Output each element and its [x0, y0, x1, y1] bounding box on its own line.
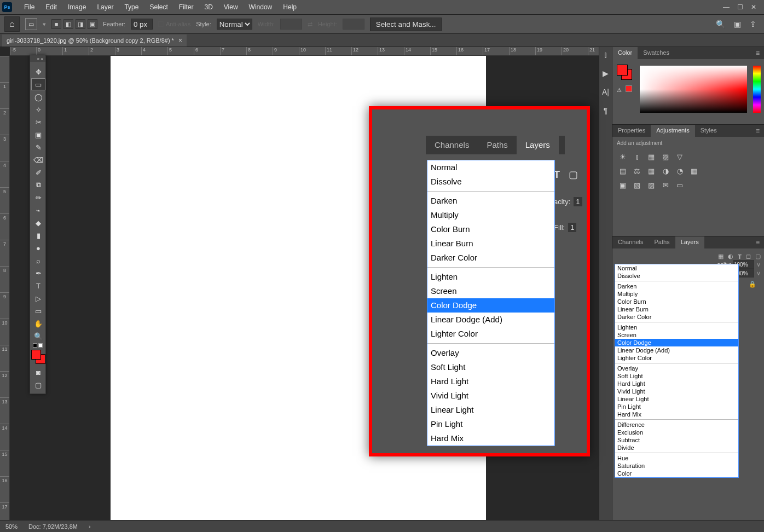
- tab-swatches[interactable]: Swatches: [638, 47, 675, 59]
- fg-bg-color-tool[interactable]: [31, 350, 45, 364]
- blend-mode-option[interactable]: Hard Light: [615, 380, 738, 388]
- selective-color-icon[interactable]: ▭: [675, 180, 685, 190]
- blend-mode-option[interactable]: Linear Burn: [615, 305, 738, 313]
- blend-mode-option[interactable]: Lighter Color: [427, 327, 554, 341]
- menu-select[interactable]: Select: [144, 1, 173, 13]
- blend-mode-option[interactable]: Color Burn: [427, 222, 554, 236]
- blend-mode-option[interactable]: Linear Dodge (Add): [615, 346, 738, 354]
- style-select[interactable]: Normal: [217, 19, 252, 30]
- blend-mode-option[interactable]: Dissolve: [615, 272, 738, 280]
- typography-panel-icon[interactable]: ⫿: [604, 50, 607, 59]
- blend-mode-option[interactable]: Lighter Color: [615, 354, 738, 362]
- blend-mode-option[interactable]: Color Dodge: [615, 339, 738, 346]
- close-icon[interactable]: ✕: [751, 3, 756, 11]
- healing-brush-tool-icon[interactable]: ⌫: [31, 154, 45, 166]
- blend-mode-option[interactable]: Pin Light: [427, 417, 554, 431]
- exposure-icon[interactable]: ▨: [661, 152, 670, 161]
- character-panel-icon[interactable]: A|: [602, 88, 609, 96]
- blend-mode-option[interactable]: Soft Light: [427, 360, 554, 374]
- lasso-tool-icon[interactable]: ◯: [31, 91, 45, 103]
- pen-tool-icon[interactable]: ⌕: [31, 255, 45, 267]
- gamut-suggest-swatch[interactable]: [626, 85, 632, 92]
- search-icon[interactable]: 🔍: [716, 20, 725, 28]
- fg-color-icon[interactable]: [31, 350, 41, 360]
- color-spectrum[interactable]: [640, 66, 747, 113]
- blend-mode-option[interactable]: Hard Mix: [615, 410, 738, 418]
- move-tool-icon[interactable]: ✥: [31, 66, 45, 78]
- filter-adj-icon[interactable]: ◐: [728, 253, 733, 260]
- blend-mode-option[interactable]: Color Dodge: [427, 298, 554, 313]
- levels-icon[interactable]: ⫿: [632, 152, 642, 161]
- blend-mode-option[interactable]: Linear Burn: [427, 236, 554, 251]
- dodge-tool-icon[interactable]: ●: [31, 242, 45, 254]
- select-and-mask-button[interactable]: Select and Mask...: [370, 18, 442, 31]
- curves-icon[interactable]: ▦: [646, 152, 656, 161]
- tab-styles[interactable]: Styles: [695, 125, 722, 137]
- eyedropper-tool-icon[interactable]: ✎: [31, 141, 45, 153]
- tab-adjustments[interactable]: Adjustments: [651, 125, 695, 137]
- blend-mode-option[interactable]: Linear Light: [427, 403, 554, 417]
- blend-mode-option[interactable]: Lighten: [615, 323, 738, 331]
- brightness-icon[interactable]: ☀: [618, 152, 628, 161]
- magic-wand-tool-icon[interactable]: ✧: [31, 103, 45, 115]
- minimize-icon[interactable]: —: [723, 3, 730, 11]
- blur-tool-icon[interactable]: ▮: [31, 229, 45, 241]
- document-tab[interactable]: girl-3033718_1920.jpg @ 50% (Background …: [2, 34, 187, 47]
- blend-mode-option[interactable]: Multiply: [615, 290, 738, 298]
- filter-shape-icon[interactable]: ▢: [569, 169, 578, 181]
- history-brush-tool-icon[interactable]: ✏: [31, 192, 45, 204]
- blend-mode-option[interactable]: Saturation: [615, 462, 738, 470]
- screen-mode-icon[interactable]: ▢: [31, 379, 45, 391]
- blend-mode-option[interactable]: Darker Color: [427, 251, 554, 265]
- menu-view[interactable]: View: [218, 1, 244, 13]
- blend-mode-option[interactable]: Color Burn: [615, 298, 738, 305]
- tool-preset-icon[interactable]: ▭: [25, 18, 37, 30]
- filter-shape-icon[interactable]: ◻: [746, 253, 751, 260]
- tab-paths[interactable]: Paths: [649, 236, 675, 248]
- invert-icon[interactable]: ▣: [618, 180, 628, 190]
- gradient-map-icon[interactable]: ✉: [661, 180, 670, 190]
- blend-mode-option[interactable]: Hard Mix: [427, 431, 554, 446]
- share-icon[interactable]: ⇪: [750, 20, 756, 28]
- tab-properties[interactable]: Properties: [612, 125, 651, 137]
- blend-mode-option[interactable]: Overlay: [427, 346, 554, 360]
- menu-window[interactable]: Window: [244, 1, 278, 13]
- callout-tab-layers[interactable]: Layers: [517, 136, 559, 154]
- menu-layer[interactable]: Layer: [91, 1, 119, 13]
- blend-mode-option[interactable]: Hue: [615, 454, 738, 462]
- blend-mode-option[interactable]: Dissolve: [427, 175, 554, 189]
- blend-mode-option[interactable]: Linear Light: [615, 395, 738, 403]
- blend-mode-option[interactable]: Screen: [427, 284, 554, 298]
- blend-mode-option[interactable]: Color: [615, 470, 738, 477]
- home-icon[interactable]: ⌂: [4, 16, 20, 32]
- edit-toolbar-icon[interactable]: 🔍: [31, 330, 45, 342]
- path-selection-tool-icon[interactable]: T: [31, 280, 45, 292]
- menu-3d[interactable]: 3D: [199, 1, 218, 13]
- blend-mode-option[interactable]: Soft Light: [615, 372, 738, 380]
- photo-filter-icon[interactable]: ◑: [661, 166, 670, 176]
- actions-panel-icon[interactable]: ▶: [603, 69, 609, 78]
- blend-mode-option[interactable]: Overlay: [615, 365, 738, 372]
- menu-file[interactable]: File: [19, 1, 40, 13]
- maximize-icon[interactable]: ☐: [737, 3, 743, 11]
- lock-icon[interactable]: 🔒: [749, 281, 761, 288]
- blend-mode-option[interactable]: Darker Color: [615, 313, 738, 321]
- rectangle-tool-icon[interactable]: ▷: [31, 292, 45, 304]
- blend-mode-option[interactable]: Hard Light: [427, 374, 554, 389]
- blend-mode-option[interactable]: Multiply: [427, 208, 554, 222]
- hue-sat-icon[interactable]: ▤: [618, 166, 628, 176]
- blend-mode-option[interactable]: Exclusion: [615, 429, 738, 436]
- vibrance-icon[interactable]: ▽: [675, 152, 685, 161]
- frame-tool-icon[interactable]: ▣: [31, 129, 45, 141]
- blend-mode-option[interactable]: Linear Dodge (Add): [427, 313, 554, 327]
- selection-subtract-icon[interactable]: ◨: [76, 19, 85, 29]
- foreground-color-icon[interactable]: [617, 65, 628, 76]
- panel-menu-icon[interactable]: ≡: [751, 47, 764, 59]
- blend-mode-option[interactable]: Subtract: [615, 436, 738, 444]
- blend-mode-option[interactable]: Darken: [427, 194, 554, 208]
- selection-intersect-icon[interactable]: ▣: [88, 19, 97, 29]
- blend-mode-option[interactable]: Normal: [427, 160, 554, 175]
- clone-stamp-tool-icon[interactable]: ⧉: [31, 179, 45, 191]
- quick-mask-icon[interactable]: ◙: [31, 366, 45, 378]
- blend-mode-option[interactable]: Pin Light: [615, 403, 738, 410]
